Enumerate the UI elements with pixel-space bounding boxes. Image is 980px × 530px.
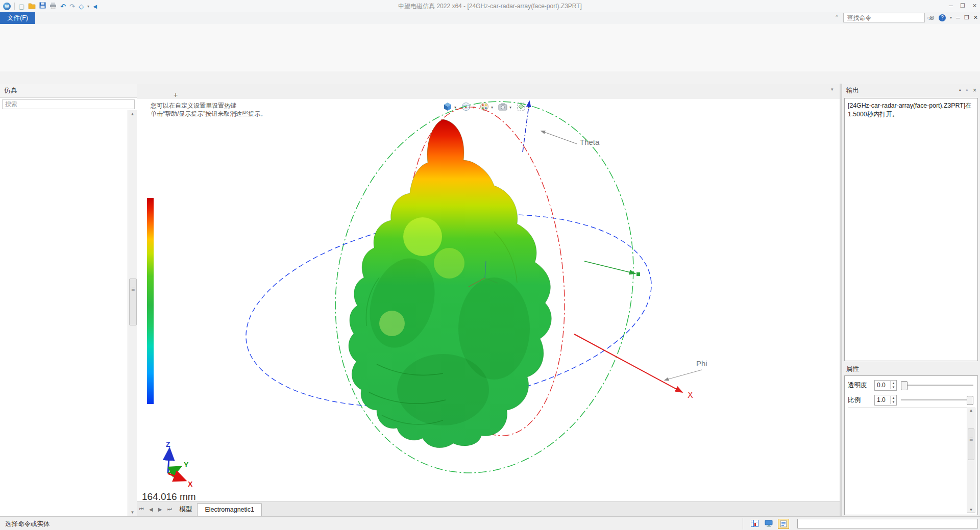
quick-toolbar bbox=[0, 71, 980, 84]
status-monitor-icon[interactable] bbox=[764, 519, 774, 528]
table-scrollbar[interactable]: ▲ ☰ ▼ bbox=[967, 408, 975, 513]
prev-sheet-icon[interactable]: ◀ bbox=[149, 507, 153, 512]
output-panel-header: 输出 ▪ ▫ × bbox=[842, 84, 980, 97]
redo-icon[interactable]: ↷ bbox=[69, 3, 75, 10]
far-field-3d-scene[interactable]: Theta X Phi Z Y X 164.016 mm bbox=[137, 99, 840, 502]
status-log-icon[interactable] bbox=[778, 519, 789, 529]
help-icon[interactable]: ? bbox=[939, 14, 946, 21]
transparency-label: 透明度 bbox=[848, 381, 874, 390]
panel-splitter-icon[interactable]: ▾ bbox=[831, 87, 834, 92]
help-dropdown-icon[interactable]: ▾ bbox=[950, 15, 952, 20]
scroll-up-icon[interactable]: ▲ bbox=[128, 110, 137, 118]
collapse-left-icon[interactable]: ◀ bbox=[93, 3, 97, 10]
titlebar: W ▢ ↶ ↷ ◇ ▾ ◀ 中望电磁仿真 2022 x64 - [24GHz-c… bbox=[0, 0, 980, 13]
open-folder-icon[interactable] bbox=[28, 3, 36, 10]
table-scroll-down-icon[interactable]: ▼ bbox=[967, 508, 975, 512]
triad-x-label: X bbox=[188, 480, 193, 488]
doc-close-icon[interactable]: ✕ bbox=[973, 14, 978, 21]
first-sheet-icon[interactable]: ⏮ bbox=[139, 506, 144, 512]
tree-scrollbar-thumb[interactable]: ☰ bbox=[129, 279, 137, 325]
phi-arrow bbox=[665, 370, 702, 380]
scale-label: 比例 bbox=[848, 396, 874, 405]
simulation-tree bbox=[0, 110, 128, 516]
properties-panel-header: 属性 bbox=[842, 362, 980, 375]
viewport-canvas[interactable]: 您可以在自定义设置里设置热键 单击“帮助/显示提示”按钮来取消这些提示。 ▾ ▾… bbox=[137, 99, 840, 502]
output-panel-body: [24GHz-car-radar-array(face-port).Z3PRT]… bbox=[844, 98, 978, 361]
transparency-slider[interactable] bbox=[901, 381, 973, 390]
theta-label: Theta bbox=[580, 138, 600, 146]
orientation-triad bbox=[168, 450, 184, 480]
y-axis-arrow bbox=[584, 261, 634, 273]
window-minimize-button[interactable]: ─ bbox=[949, 0, 953, 12]
ribbon-collapse-icon[interactable]: ⌃ bbox=[835, 14, 839, 21]
doc-restore-icon[interactable]: ❐ bbox=[964, 14, 969, 21]
transparency-stepper[interactable]: 0.0▲▼ bbox=[874, 380, 897, 391]
status-command-input[interactable] bbox=[797, 519, 978, 528]
electromagnetic-sheet-tab[interactable]: Electromagnetic1 bbox=[197, 503, 262, 516]
x-axis-arrow bbox=[574, 334, 681, 392]
status-bar: 选择命令或实体 bbox=[0, 516, 980, 530]
triad-z-label: Z bbox=[166, 440, 170, 448]
tree-search-input[interactable]: 搜索 bbox=[2, 99, 135, 109]
viewport[interactable]: + 您可以在自定义设置里设置热键 单击“帮助/显示提示”按钮来取消这些提示。 ▾… bbox=[137, 84, 840, 516]
tree-scrollbar[interactable]: ▲ ☰ ▼ bbox=[128, 110, 137, 516]
style-manager-icon[interactable]: ◇ bbox=[79, 3, 84, 10]
simulation-panel-title: 仿真 bbox=[0, 84, 137, 98]
triad-y-label: Y bbox=[184, 461, 189, 469]
output-message: [24GHz-car-radar-array(face-port).Z3PRT]… bbox=[845, 98, 977, 122]
next-sheet-icon[interactable]: ▶ bbox=[158, 507, 162, 512]
find-command-box[interactable]: ○̷ bbox=[843, 13, 925, 22]
scale-readout: 164.016 mm bbox=[142, 491, 196, 502]
window-close-button[interactable]: ✕ bbox=[972, 0, 977, 12]
status-message: 选择命令或实体 bbox=[5, 520, 50, 528]
output-restore-icon[interactable]: ▫ bbox=[966, 84, 968, 97]
doc-minimize-icon[interactable]: ─ bbox=[956, 15, 960, 21]
window-restore-button[interactable]: ❐ bbox=[960, 0, 965, 12]
undo-icon[interactable]: ↶ bbox=[60, 3, 66, 10]
scroll-down-icon[interactable]: ▼ bbox=[128, 509, 137, 516]
file-tab[interactable]: 文件(F) bbox=[0, 12, 35, 24]
titlebar-quick-icons: W ▢ ↶ ↷ ◇ ▾ ◀ bbox=[0, 2, 97, 10]
output-pin-icon[interactable]: ▪ bbox=[959, 84, 961, 97]
status-table-icon[interactable] bbox=[749, 519, 760, 528]
save-icon[interactable] bbox=[39, 2, 46, 10]
phi-label: Phi bbox=[696, 359, 707, 368]
find-command-input[interactable] bbox=[846, 14, 927, 22]
scale-stepper[interactable]: 1.0▲▼ bbox=[874, 395, 897, 406]
toolbar-dropdown-icon[interactable]: ▾ bbox=[87, 3, 89, 10]
viewport-bottom-tabs: ⏮ ◀ ▶ ⏭ 模型 Electromagnetic1 bbox=[137, 501, 840, 516]
last-sheet-icon[interactable]: ⏭ bbox=[167, 506, 172, 512]
simulation-panel: 仿真 搜索 ▲ ☰ ▼ bbox=[0, 84, 137, 516]
scale-slider[interactable] bbox=[901, 395, 973, 405]
ribbon-tab-row: 文件(F) ⌃ ○̷ ⊛ ? ▾ ─ ❐ ✕ bbox=[0, 12, 980, 24]
window-title: 中望电磁仿真 2022 x64 - [24GHz-car-radar-array… bbox=[0, 2, 980, 11]
properties-panel-body: 透明度 0.0▲▼ 比例 1.0▲▼ ▲ ☰ ▼ bbox=[844, 375, 978, 515]
far-field-range-table bbox=[848, 408, 970, 408]
theta-arrow bbox=[542, 131, 577, 144]
right-panel: 输出 ▪ ▫ × [24GHz-car-radar-array(face-por… bbox=[842, 84, 980, 516]
print-icon[interactable] bbox=[50, 3, 57, 10]
colorbar bbox=[147, 198, 154, 404]
table-scroll-up-icon[interactable]: ▲ bbox=[967, 408, 975, 413]
new-file-icon[interactable]: ▢ bbox=[18, 3, 24, 10]
x-axis-label: X bbox=[688, 391, 693, 399]
document-tab-strip: + bbox=[137, 84, 840, 99]
output-close-icon[interactable]: × bbox=[973, 84, 976, 97]
z-axis-line bbox=[523, 102, 529, 152]
ribbon bbox=[0, 24, 980, 72]
model-sheet-tab[interactable]: 模型 bbox=[174, 503, 197, 515]
settings-gear-icon[interactable]: ⊛ bbox=[929, 14, 935, 21]
app-logo-icon: W bbox=[3, 3, 11, 10]
new-document-tab-button[interactable]: + bbox=[174, 91, 178, 99]
